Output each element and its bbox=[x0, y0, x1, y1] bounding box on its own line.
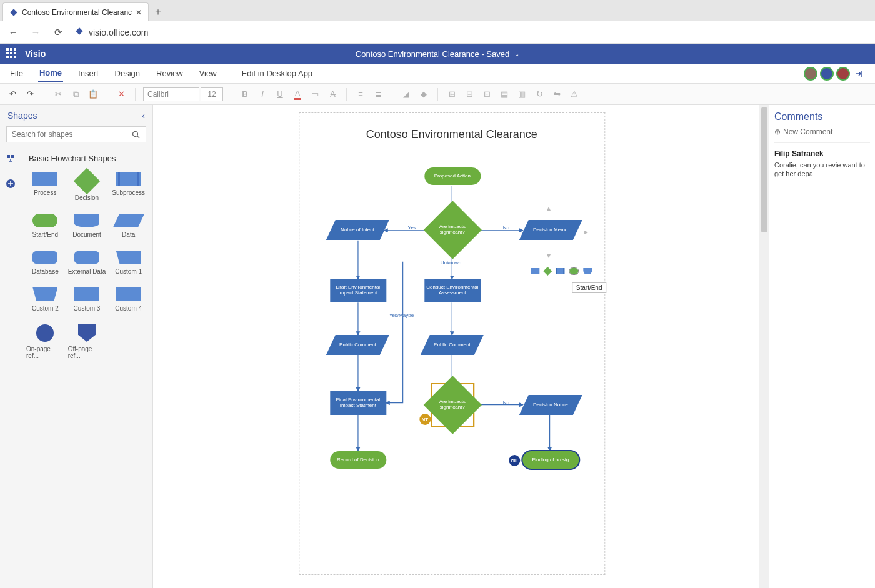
app-name: Visio bbox=[25, 49, 46, 59]
refresh-icon[interactable]: ⟳ bbox=[52, 27, 64, 38]
ribbon-tab-insert[interactable]: Insert bbox=[77, 65, 100, 82]
share-icon[interactable] bbox=[852, 67, 866, 81]
flip-icon[interactable]: ⇋ bbox=[551, 88, 563, 101]
shapes-panel-header: Shapes ‹ bbox=[0, 105, 152, 126]
italic-icon[interactable]: I bbox=[256, 88, 269, 101]
send-icon[interactable]: ▥ bbox=[516, 88, 528, 101]
scrollbar-thumb[interactable] bbox=[761, 107, 768, 232]
comment-text: Coralie, can you revie want to get her d… bbox=[774, 161, 870, 179]
shape-start-end[interactable]: Start/End bbox=[26, 214, 64, 238]
edit-in-desktop-button[interactable]: Edit in Desktop App bbox=[241, 65, 314, 82]
ribbon-tab-file[interactable]: File bbox=[9, 65, 24, 82]
shape-offpage-ref[interactable]: Off-page ref... bbox=[68, 324, 106, 359]
underline-icon[interactable]: U bbox=[274, 88, 286, 101]
clear-format-icon[interactable]: A̶ bbox=[326, 88, 339, 101]
presence-chip-nt[interactable]: NT bbox=[419, 414, 431, 425]
shape-search-input[interactable] bbox=[7, 127, 126, 142]
edge-label-no: No bbox=[503, 225, 509, 231]
app-header: Visio Contoso Environmental Clearance - … bbox=[0, 44, 875, 64]
collapse-panel-icon[interactable]: ‹ bbox=[142, 111, 145, 121]
svg-point-2 bbox=[133, 131, 138, 136]
more-icon[interactable]: ⚠ bbox=[568, 88, 581, 101]
ribbon-tab-review[interactable]: Review bbox=[155, 65, 184, 82]
new-tab-button[interactable]: ＋ bbox=[149, 2, 168, 21]
browser-tab[interactable]: Contoso Environmental Clearanc ✕ bbox=[2, 2, 149, 21]
fill-icon[interactable]: ◢ bbox=[400, 88, 412, 101]
back-icon[interactable]: ← bbox=[8, 27, 19, 37]
chevron-down-icon: ⌄ bbox=[514, 51, 519, 57]
group-icon[interactable]: ⊡ bbox=[481, 88, 493, 101]
node-draft-eis[interactable]: Draft Environmental Impact Statement bbox=[330, 279, 386, 302]
autoconnect-arrow-right[interactable]: ▸ bbox=[584, 227, 588, 236]
vertical-scrollbar[interactable] bbox=[759, 105, 769, 588]
arrange2-icon[interactable]: ⊟ bbox=[463, 88, 476, 101]
undo-icon[interactable]: ↶ bbox=[6, 88, 19, 101]
avatar-user-1[interactable] bbox=[804, 67, 818, 81]
shape-onpage-ref[interactable]: On-page ref... bbox=[26, 324, 64, 359]
shape-data[interactable]: Data bbox=[109, 214, 148, 238]
shape-custom-1[interactable]: Custom 1 bbox=[109, 251, 148, 275]
font-name-input[interactable] bbox=[143, 87, 199, 101]
rotate-icon[interactable]: ↻ bbox=[533, 88, 546, 101]
ribbon-tab-home[interactable]: Home bbox=[38, 64, 63, 82]
shape-database[interactable]: Database bbox=[26, 251, 64, 275]
align-icon[interactable]: ≡ bbox=[354, 88, 367, 101]
app-launcher-icon[interactable] bbox=[6, 48, 18, 59]
node-impacts-significant-1[interactable]: Are impacts significant? bbox=[432, 209, 473, 251]
shape-external-data[interactable]: External Data bbox=[68, 251, 106, 275]
node-final-eis[interactable]: Final Environmental Impact Statment bbox=[330, 391, 386, 415]
ribbon-tab-view[interactable]: View bbox=[198, 65, 218, 82]
shape-document[interactable]: Document bbox=[68, 214, 106, 238]
arrange-icon[interactable]: ⊞ bbox=[446, 88, 458, 101]
node-notice-of-intent[interactable]: Notice of Intent bbox=[326, 220, 389, 240]
font-color-icon[interactable]: A bbox=[291, 88, 304, 101]
search-icon[interactable] bbox=[126, 127, 146, 142]
node-impacts-significant-2[interactable]: Are impacts significant? bbox=[432, 384, 473, 426]
node-decision-notice[interactable]: Decision Notice bbox=[519, 395, 582, 415]
drawing-page[interactable]: Contoso Environmental Clearance bbox=[299, 112, 605, 575]
autoconnect-arrow-down[interactable]: ▾ bbox=[547, 251, 551, 260]
node-finding-no-sig[interactable]: Finding of no sig bbox=[522, 451, 579, 469]
delete-icon[interactable]: ✕ bbox=[115, 88, 128, 101]
node-public-comment-2[interactable]: Public Comment bbox=[420, 335, 483, 355]
bold-icon[interactable]: B bbox=[239, 88, 251, 101]
add-stencil-icon[interactable] bbox=[4, 177, 17, 190]
node-public-comment-1[interactable]: Public Comment bbox=[326, 335, 389, 355]
svg-rect-5 bbox=[11, 155, 14, 158]
node-record-of-decision[interactable]: Record of Decision bbox=[330, 451, 386, 469]
shape-custom-4[interactable]: Custom 4 bbox=[109, 287, 148, 312]
node-conduct-ea[interactable]: Conduct Environmental Assessment bbox=[424, 279, 481, 302]
quick-shapes-bar[interactable] bbox=[527, 266, 596, 276]
cut-icon[interactable]: ✂ bbox=[52, 88, 64, 101]
highlight-icon[interactable]: ▭ bbox=[309, 88, 321, 101]
new-comment-button[interactable]: ⊕ New Comment bbox=[774, 127, 870, 143]
node-decision-memo[interactable]: Decision Memo bbox=[519, 220, 582, 240]
visio-favicon bbox=[9, 8, 18, 17]
presence-chip-ch[interactable]: CH bbox=[509, 455, 520, 466]
shape-process[interactable]: Process bbox=[26, 172, 64, 201]
url-display[interactable]: visio.office.com bbox=[75, 27, 148, 37]
stencil-icon[interactable] bbox=[4, 152, 17, 165]
redo-icon[interactable]: ↷ bbox=[24, 88, 36, 101]
shape-subprocess[interactable]: Subprocess bbox=[109, 172, 148, 201]
canvas[interactable]: Contoso Environmental Clearance bbox=[153, 105, 769, 588]
align2-icon[interactable]: ≣ bbox=[372, 88, 384, 101]
line-icon[interactable]: ◆ bbox=[418, 88, 430, 101]
edge-label-no-2: No bbox=[503, 400, 509, 406]
shape-custom-3[interactable]: Custom 3 bbox=[68, 287, 106, 312]
avatar-user-2[interactable] bbox=[820, 67, 834, 81]
shape-decision[interactable]: Decision bbox=[68, 172, 106, 201]
document-title[interactable]: Contoso Environmental Clearance - Saved … bbox=[356, 49, 519, 59]
font-size-input[interactable] bbox=[201, 87, 223, 101]
shape-custom-2[interactable]: Custom 2 bbox=[26, 287, 64, 312]
avatar-user-3[interactable] bbox=[836, 67, 850, 81]
node-proposed-action[interactable]: Proposed Action bbox=[424, 167, 481, 185]
copy-icon[interactable]: ⧉ bbox=[69, 88, 82, 101]
forward-icon[interactable]: → bbox=[30, 27, 41, 37]
close-tab-icon[interactable]: ✕ bbox=[136, 8, 142, 17]
bring-icon[interactable]: ▤ bbox=[498, 88, 511, 101]
comment-item[interactable]: Filip Safranek Coralie, can you revie wa… bbox=[774, 149, 870, 179]
paste-icon[interactable]: 📋 bbox=[87, 88, 99, 101]
autoconnect-arrow-up[interactable]: ▴ bbox=[547, 204, 551, 212]
ribbon-tab-design[interactable]: Design bbox=[114, 65, 141, 82]
